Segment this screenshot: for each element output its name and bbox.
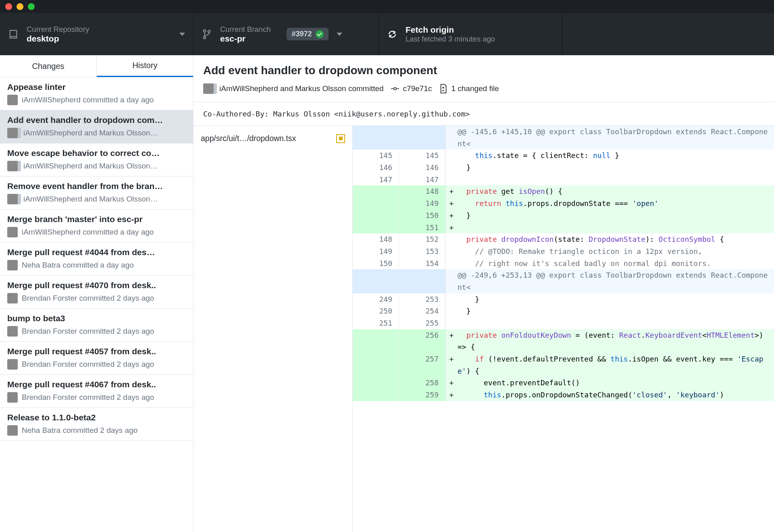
commit-item[interactable]: Merge pull request #4044 from des…Neha B…: [0, 243, 193, 276]
repo-label: Current Repository: [27, 25, 89, 34]
sidebar: Changes History Appease linteriAmWillShe…: [0, 55, 194, 532]
commit-item-sub: iAmWillShepherd and Markus Olsson…: [7, 161, 186, 171]
commit-item-title: Merge pull request #4070 from desk..: [7, 281, 186, 290]
commit-item[interactable]: Merge pull request #4070 from desk..Bren…: [0, 276, 193, 309]
file-list: app/src/ui/t…/dropdown.tsx: [194, 126, 353, 532]
commit-item-sub: Neha Batra committed 2 days ago: [7, 425, 186, 436]
avatar: [7, 425, 18, 436]
fetch-button[interactable]: Fetch origin Last fetched 3 minutes ago: [379, 13, 562, 55]
repo-value: desktop: [27, 34, 89, 44]
repo-dropdown[interactable]: Current Repository desktop: [0, 13, 194, 55]
commit-item-sub: iAmWillShepherd committed a day ago: [7, 95, 186, 105]
modified-icon: [336, 134, 345, 143]
chevron-down-icon: [179, 33, 185, 36]
diff-row: 148152 private dropdownIcon(state: Dropd…: [353, 233, 774, 245]
commit-item-title: Merge pull request #4044 from des…: [7, 247, 186, 257]
diff-row: 257+ if (!event.defaultPrevented && this…: [353, 353, 774, 377]
avatar: [7, 227, 18, 237]
diff-row: 150+ }: [353, 210, 774, 222]
avatar: [7, 194, 19, 204]
branch-value: esc-pr: [220, 34, 270, 44]
commit-item-title: Merge pull request #4067 from desk..: [7, 380, 186, 389]
avatar: [7, 293, 18, 303]
pr-number: #3972: [291, 30, 312, 38]
commit-item[interactable]: Add event handler to dropdown com…iAmWil…: [0, 110, 193, 143]
close-window-icon[interactable]: [5, 3, 12, 10]
chevron-down-icon: [337, 33, 342, 36]
diff-row: 250254 }: [353, 305, 774, 317]
commit-item-sub: Brendan Forster committed 2 days ago: [7, 326, 186, 337]
svg-point-2: [208, 30, 210, 33]
diff-icon: [439, 85, 447, 93]
commit-item-title: Merge branch 'master' into esc-pr: [7, 214, 186, 224]
detail-header: Add event handler to dropdown component …: [194, 55, 774, 102]
commit-item[interactable]: Appease linteriAmWillShepherd committed …: [0, 77, 193, 110]
commit-item-sub: Neha Batra committed a day ago: [7, 260, 186, 270]
svg-point-1: [204, 36, 206, 39]
pr-badge: #3972: [287, 28, 328, 40]
diff-row: 151+: [353, 222, 774, 234]
diff-row: 146146 }: [353, 162, 774, 174]
git-branch-icon: [202, 29, 212, 39]
diff-row: 147147: [353, 174, 774, 186]
diff-row: 149153 // @TODO: Remake triangle octicon…: [353, 245, 774, 258]
sync-icon: [387, 29, 397, 39]
commit-item[interactable]: Merge pull request #4067 from desk..Bren…: [0, 375, 193, 408]
branch-label: Current Branch: [220, 25, 270, 34]
diff-view[interactable]: @@ -145,6 +145,10 @@ export class Toolba…: [353, 126, 774, 532]
changed-files: 1 changed file: [439, 84, 499, 93]
diff-row: 259+ this.props.onDropdownStateChanged('…: [353, 389, 774, 401]
diff-row: 251255: [353, 317, 774, 329]
diff-row: 258+ event.preventDefault(): [353, 377, 774, 389]
avatar: [203, 83, 215, 94]
commit-item[interactable]: Move escape behavior to correct co…iAmWi…: [0, 143, 193, 177]
avatar: [7, 128, 19, 138]
commit-item-title: Appease linter: [7, 82, 186, 92]
maximize-window-icon[interactable]: [28, 3, 35, 10]
svg-point-3: [394, 87, 396, 90]
commit-item-title: Remove event handler from the bran…: [7, 181, 186, 191]
commit-item[interactable]: bump to beta3Brendan Forster committed 2…: [0, 309, 193, 342]
commit-sha: c79e71c: [391, 84, 432, 93]
tab-history[interactable]: History: [97, 55, 193, 77]
commit-message: Co-Authored-By: Markus Olsson <niik@user…: [194, 102, 774, 126]
commit-detail: Add event handler to dropdown component …: [194, 55, 774, 532]
commit-item-title: Release to 1.1.0-beta2: [7, 413, 186, 422]
fetch-sub: Last fetched 3 minutes ago: [406, 35, 495, 44]
commit-item-title: bump to beta3: [7, 314, 186, 323]
commit-item-sub: Brendan Forster committed 2 days ago: [7, 293, 186, 303]
commit-item[interactable]: Merge branch 'master' into esc-priAmWill…: [0, 210, 193, 243]
history-list[interactable]: Appease linteriAmWillShepherd committed …: [0, 77, 193, 532]
toolbar: Current Repository desktop Current Branc…: [0, 13, 774, 55]
file-item[interactable]: app/src/ui/t…/dropdown.tsx: [194, 128, 352, 149]
commit-item-sub: Brendan Forster committed 2 days ago: [7, 359, 186, 370]
git-commit-icon: [391, 85, 399, 93]
commit-authors: iAmWillShepherd and Markus Olsson commit…: [203, 83, 384, 94]
diff-row: @@ -145,6 +145,10 @@ export class Toolba…: [353, 126, 774, 150]
diff-row: 145145 this.state = { clientRect: null }: [353, 150, 774, 162]
branch-dropdown[interactable]: Current Branch esc-pr #3972: [194, 13, 379, 55]
diff-row: @@ -249,6 +253,13 @@ export class Toolba…: [353, 269, 774, 293]
commit-item-title: Add event handler to dropdown com…: [7, 115, 186, 125]
commit-item[interactable]: Release to 1.1.0-beta2Neha Batra committ…: [0, 408, 193, 441]
diff-row: 150154 // right now it's scaled badly on…: [353, 258, 774, 270]
commit-item-sub: iAmWillShepherd and Markus Olsson…: [7, 194, 186, 204]
fetch-label: Fetch origin: [406, 25, 495, 35]
window-title-bar: [0, 0, 774, 13]
svg-point-0: [204, 29, 206, 32]
diff-row: 249253 }: [353, 293, 774, 305]
tab-changes[interactable]: Changes: [0, 55, 97, 77]
avatar: [7, 392, 18, 403]
commit-item-title: Move escape behavior to correct co…: [7, 148, 186, 158]
repo-icon: [8, 29, 19, 39]
commit-item[interactable]: Merge pull request #4057 from desk..Bren…: [0, 342, 193, 375]
avatar: [7, 326, 18, 337]
avatar: [7, 95, 18, 105]
diff-row: 149+ return this.props.dropdownState ===…: [353, 197, 774, 210]
commit-item-title: Merge pull request #4057 from desk..: [7, 347, 186, 356]
minimize-window-icon[interactable]: [17, 3, 23, 10]
commit-item-sub: iAmWillShepherd committed a day ago: [7, 227, 186, 237]
diff-area: app/src/ui/t…/dropdown.tsx @@ -145,6 +14…: [194, 126, 774, 532]
commit-item[interactable]: Remove event handler from the bran…iAmWi…: [0, 177, 193, 210]
avatar: [7, 359, 18, 370]
